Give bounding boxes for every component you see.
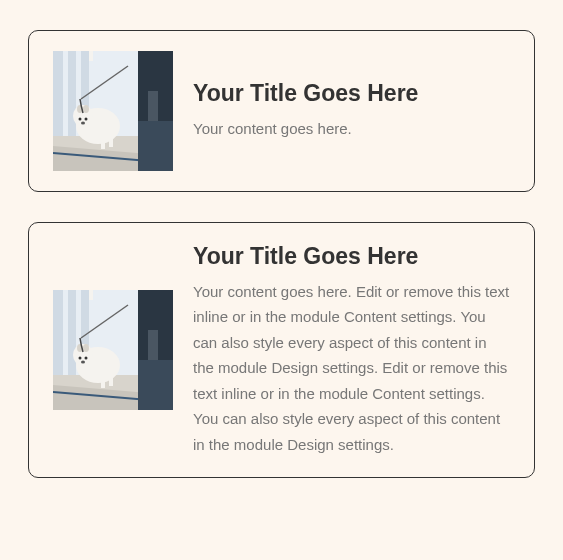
svg-point-28 [85, 357, 88, 360]
svg-rect-12 [89, 51, 93, 61]
svg-rect-13 [101, 139, 105, 149]
svg-rect-16 [148, 91, 158, 121]
card-content: Your Title Goes Here Your content goes h… [193, 243, 510, 457]
svg-rect-34 [148, 330, 158, 360]
svg-rect-35 [138, 360, 173, 410]
svg-point-26 [83, 344, 89, 352]
content-card: Your Title Goes Here Your content goes h… [28, 222, 535, 478]
svg-point-27 [79, 357, 82, 360]
card-title: Your Title Goes Here [193, 80, 510, 108]
svg-point-8 [83, 105, 89, 113]
card-image [53, 51, 173, 171]
card-content: Your Title Goes Here Your content goes h… [193, 80, 510, 141]
card-text: Your content goes here. [193, 116, 510, 142]
svg-rect-14 [109, 137, 113, 147]
svg-rect-31 [101, 378, 105, 388]
svg-point-11 [81, 122, 85, 125]
svg-rect-32 [109, 376, 113, 386]
svg-point-10 [85, 118, 88, 121]
svg-point-29 [81, 361, 85, 364]
svg-rect-30 [89, 290, 93, 300]
card-image [53, 290, 173, 410]
svg-point-9 [79, 118, 82, 121]
card-text: Your content goes here. Edit or remove t… [193, 279, 510, 458]
content-card: Your Title Goes Here Your content goes h… [28, 30, 535, 192]
card-title: Your Title Goes Here [193, 243, 510, 271]
svg-rect-17 [138, 121, 173, 171]
